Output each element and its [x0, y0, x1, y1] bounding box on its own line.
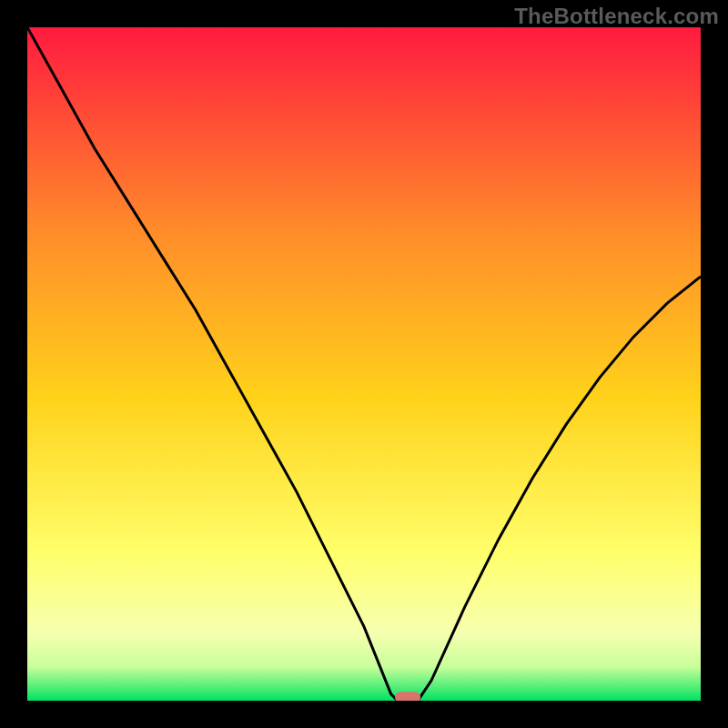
- watermark-text: TheBottleneck.com: [514, 4, 719, 29]
- optimal-point-marker: [395, 692, 420, 701]
- plot-area: [27, 27, 701, 701]
- chart-container: TheBottleneck.com: [0, 0, 728, 728]
- bottleneck-curve-chart: [27, 27, 701, 701]
- gradient-background: [27, 27, 701, 701]
